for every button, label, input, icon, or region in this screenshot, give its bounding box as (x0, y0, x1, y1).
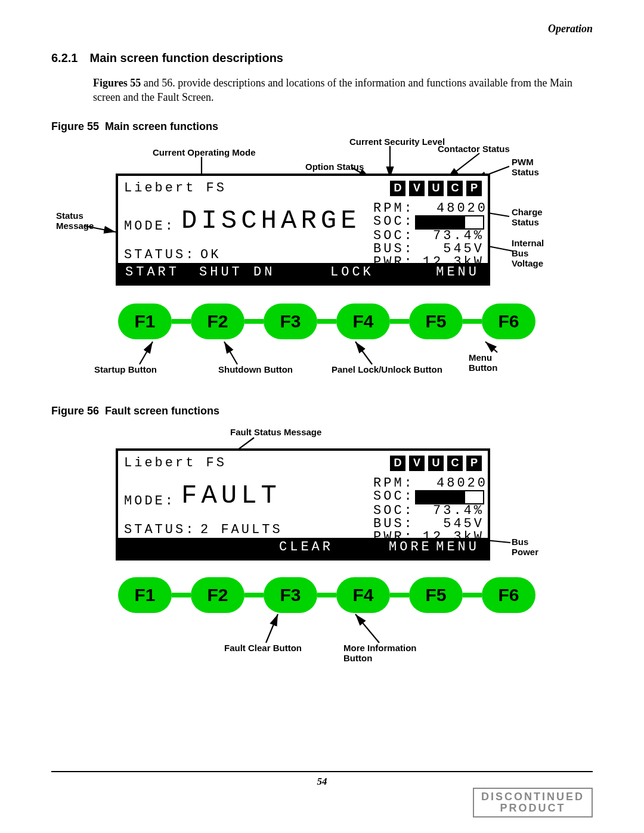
fkey-row: F1 F2 F3 F4 F5 F6 (118, 304, 535, 339)
footer-rule (51, 771, 593, 772)
ann-shutdown-button: Shutdown Button (218, 364, 293, 374)
fkey-f5[interactable]: F5 (409, 304, 463, 339)
fkey-row: F1 F2 F3 F4 F5 F6 (118, 577, 535, 613)
ann-more-info-button: More Information Button (343, 643, 417, 664)
stamp-line2: PRODUCT (481, 803, 584, 814)
fkey-f2[interactable]: F2 (191, 304, 244, 339)
tag-p: P (466, 456, 482, 471)
ann-bus-power: Bus Power (512, 537, 538, 558)
stamp-line1: DISCONTINUED (481, 791, 584, 803)
fkey-f2[interactable]: F2 (191, 577, 244, 613)
mode-value: DISCHARGE (181, 206, 361, 236)
indicator-tags: D V U C P (390, 456, 482, 471)
softkey-more[interactable]: MORE (389, 540, 432, 555)
fkey-f4[interactable]: F4 (336, 577, 390, 613)
fault-screen: Liebert FS D V U C P MODE: FAULT STATUS:… (116, 448, 490, 561)
soc-bar-fill (416, 216, 465, 228)
fkey-f4[interactable]: F4 (336, 304, 390, 339)
soc-bar-label: SOC: (373, 214, 414, 229)
figure55-caption: Figure 55 Main screen functions (51, 120, 593, 133)
indicator-tags: D V U C P (390, 181, 482, 196)
softkey-clear[interactable]: CLEAR (279, 540, 333, 555)
ann-menu-button: Menu Button (469, 352, 497, 373)
ann-status-message: Status Message (56, 210, 94, 231)
page-number: 54 (51, 776, 593, 788)
ann-option-status: Option Status (305, 162, 364, 172)
fkey-f6[interactable]: F6 (482, 304, 535, 339)
fkey-f5[interactable]: F5 (409, 577, 463, 613)
ann-security-level: Current Security Level (349, 137, 445, 147)
softkey-bar: START SHUT DN LOCK MENU (118, 263, 488, 283)
tag-d: D (390, 456, 405, 471)
soc-bar-fill (416, 491, 465, 503)
status-label: STATUS: (124, 247, 196, 262)
mode-label: MODE: (124, 219, 175, 234)
tag-c: C (447, 181, 463, 196)
ann-startup-button: Startup Button (94, 364, 157, 374)
tag-c: C (447, 456, 463, 471)
tag-v: V (409, 181, 425, 196)
status-value: 2 FAULTS (200, 522, 283, 537)
fkey-f1[interactable]: F1 (118, 577, 172, 613)
ann-internal-bus-voltage: Internal Bus Voltage (512, 238, 544, 269)
softkey-lock[interactable]: LOCK (330, 265, 374, 280)
fkey-f3[interactable]: F3 (264, 577, 317, 613)
softkey-menu[interactable]: MENU (436, 265, 479, 280)
body-rest: and 56. provide descriptions and locatio… (93, 77, 572, 103)
status-value: OK (200, 247, 221, 262)
fkey-f6[interactable]: F6 (482, 577, 535, 613)
tag-p: P (466, 181, 482, 196)
rpm-value: 48020 (436, 476, 484, 491)
section-heading: 6.2.1Main screen function descriptions (51, 51, 593, 65)
section-number: 6.2.1 (51, 51, 78, 65)
ann-contactor-status: Contactor Status (438, 144, 510, 154)
ann-fault-clear-button: Fault Clear Button (224, 643, 302, 653)
softkey-menu[interactable]: MENU (436, 540, 479, 555)
screen-title: Liebert FS (124, 456, 227, 470)
softkey-bar: CLEAR MORE MENU (118, 538, 488, 558)
ann-current-mode: Current Operating Mode (153, 147, 256, 157)
soc-bar-label: SOC: (373, 489, 414, 504)
section-title: Main screen function descriptions (89, 51, 283, 64)
tag-v: V (409, 456, 425, 471)
mode-value: FAULT (181, 481, 281, 510)
main-screen: Liebert FS D V U C P MODE: DISCHARGE STA… (116, 174, 490, 286)
ann-charge-status: Charge Status (512, 207, 543, 228)
screen-title: Liebert FS (124, 181, 227, 196)
ann-lock-button: Panel Lock/Unlock Button (332, 364, 442, 374)
discontinued-stamp: DISCONTINUED PRODUCT (473, 788, 593, 817)
mode-label: MODE: (124, 494, 175, 509)
fkey-f1[interactable]: F1 (118, 304, 172, 339)
fkey-f3[interactable]: F3 (264, 304, 317, 339)
ann-fault-status-message: Fault Status Message (230, 427, 321, 437)
chapter-label: Operation (548, 23, 593, 35)
body-figref: Figures 55 (93, 77, 141, 89)
softkey-shutdown[interactable]: SHUT DN (199, 265, 275, 280)
tag-d: D (390, 181, 405, 196)
tag-u: U (428, 456, 444, 471)
ann-pwm-status: PWM Status (512, 157, 539, 178)
status-label: STATUS: (124, 522, 196, 537)
softkey-start[interactable]: START (125, 265, 179, 280)
figure56-caption: Figure 56 Fault screen functions (51, 405, 593, 417)
rpm-value: 48020 (436, 201, 484, 216)
body-paragraph: Figures 55 and 56. provide descriptions … (93, 76, 593, 105)
tag-u: U (428, 181, 444, 196)
